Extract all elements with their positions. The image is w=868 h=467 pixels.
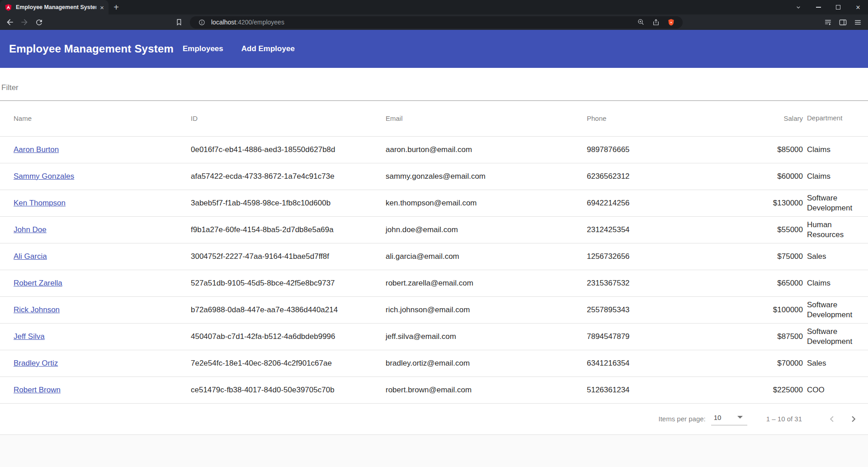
department-cell: Software Development	[803, 296, 857, 323]
url-host: localhost	[211, 19, 236, 26]
email-cell: rich.johnson@email.com	[386, 296, 587, 323]
id-cell: 527a51db-9105-45d5-8bce-42f5e8bc9737	[191, 270, 386, 296]
employee-name-link[interactable]: Robert Zarella	[14, 279, 62, 287]
employee-name-link[interactable]: Bradley Ortiz	[14, 359, 58, 367]
url-text: localhost:4200/employees	[211, 19, 284, 26]
name-cell: Robert Zarella	[0, 270, 191, 296]
table-row: Aaron Burton0e016f7c-eb41-4886-aed3-1855…	[0, 136, 868, 163]
employee-table: NameIDEmailPhoneSalaryDepartment Aaron B…	[0, 101, 868, 404]
phone-cell: 1256732656	[587, 243, 762, 270]
new-tab-button[interactable]: +	[108, 0, 124, 14]
salary-cell: $70000	[762, 350, 803, 376]
department-cell: Sales	[803, 243, 857, 270]
employee-name-link[interactable]: Rick Johnson	[14, 305, 60, 314]
back-icon[interactable]	[3, 16, 17, 29]
close-window-button[interactable]: ✕	[848, 0, 868, 14]
minimize-button[interactable]	[808, 0, 828, 14]
employee-name-link[interactable]: Ken Thompson	[14, 199, 66, 207]
next-page-button[interactable]	[843, 408, 864, 430]
department-cell: Claims	[803, 270, 857, 296]
site-info-icon[interactable]	[196, 17, 207, 28]
phone-cell: 2312425354	[587, 216, 762, 243]
page-size-value: 10	[714, 414, 722, 421]
table-row: Rick Johnsonb72a6988-0da8-447e-aa7e-4386…	[0, 296, 868, 323]
address-bar[interactable]: localhost:4200/employees	[190, 16, 683, 29]
chevron-right-icon	[848, 413, 859, 425]
zoom-icon[interactable]	[636, 17, 646, 28]
column-header-name: Name	[0, 101, 191, 136]
salary-cell: $75000	[762, 243, 803, 270]
tab-search-icon[interactable]	[788, 0, 808, 14]
salary-cell: $60000	[762, 163, 803, 190]
app-title: Employee Management System	[9, 43, 174, 55]
nav-employees[interactable]: Employees	[174, 30, 232, 68]
employee-name-link[interactable]: Aaron Burton	[14, 145, 59, 154]
phone-cell: 9897876665	[587, 136, 762, 163]
table-row: John Doef9b1a27e-60fe-4154-8ba5-2d7db8e5…	[0, 216, 868, 243]
tab-strip: Employee Management System × + ✕	[0, 0, 868, 14]
employee-name-link[interactable]: Sammy Gonzales	[14, 172, 74, 181]
id-cell: 3004752f-2227-47aa-9164-41bae5d7ff8f	[191, 243, 386, 270]
previous-page-button[interactable]	[821, 408, 843, 430]
page-size-select[interactable]: 10	[711, 413, 747, 425]
phone-cell: 6236562312	[587, 163, 762, 190]
employee-name-link[interactable]: John Doe	[14, 225, 47, 234]
reload-icon[interactable]	[32, 16, 46, 29]
phone-cell: 2557895343	[587, 296, 762, 323]
name-cell: Rick Johnson	[0, 296, 191, 323]
salary-cell: $225000	[762, 376, 803, 403]
phone-cell: 5126361234	[587, 376, 762, 403]
phone-cell: 7894547879	[587, 323, 762, 350]
id-cell: afa57422-ecda-4733-8672-1a7e4c91c73e	[191, 163, 386, 190]
department-cell: Claims	[803, 136, 857, 163]
salary-cell: $87500	[762, 323, 803, 350]
window-controls: ✕	[788, 0, 868, 14]
menu-icon[interactable]	[850, 16, 865, 29]
id-cell: 450407ab-c7d1-42fa-b512-4a6dbdeb9996	[191, 323, 386, 350]
playlist-icon[interactable]	[821, 16, 835, 29]
forward-icon[interactable]	[17, 16, 32, 29]
share-icon[interactable]	[651, 17, 661, 28]
table-row: Robert Zarella527a51db-9105-45d5-8bce-42…	[0, 270, 868, 296]
column-header-email: Email	[386, 101, 587, 136]
email-cell: aaron.burton@email.com	[386, 136, 587, 163]
employee-name-link[interactable]: Robert Brown	[14, 386, 61, 394]
table-header-row: NameIDEmailPhoneSalaryDepartment	[0, 101, 868, 136]
sidebar-icon[interactable]	[835, 16, 850, 29]
name-cell: Bradley Ortiz	[0, 350, 191, 376]
url-path: :4200/employees	[236, 19, 284, 26]
tab-title: Employee Management System	[16, 4, 96, 10]
table-row: Jeff Silva450407ab-c7d1-42fa-b512-4a6dbd…	[0, 323, 868, 350]
tab-close-icon[interactable]: ×	[100, 4, 104, 11]
browser-tab[interactable]: Employee Management System ×	[0, 0, 108, 14]
app-toolbar: Employee Management System Employees Add…	[0, 30, 868, 68]
table-row: Robert Brownce51479c-fb38-4017-84d0-50e3…	[0, 376, 868, 403]
email-cell: john.doe@email.com	[386, 216, 587, 243]
column-header-salary: Salary	[762, 101, 803, 136]
email-cell: jeff.silva@email.com	[386, 323, 587, 350]
phone-cell: 6341216354	[587, 350, 762, 376]
department-cell: COO	[803, 376, 857, 403]
employee-name-link[interactable]: Jeff Silva	[14, 332, 45, 341]
brave-shield-icon[interactable]	[665, 17, 676, 28]
phone-cell: 6942214256	[587, 190, 762, 216]
employee-name-link[interactable]: Ali Garcia	[14, 252, 47, 261]
name-cell: Ken Thompson	[0, 190, 191, 216]
id-cell: b72a6988-0da8-447e-aa7e-4386d440a214	[191, 296, 386, 323]
nav-add-employee[interactable]: Add Employee	[232, 30, 304, 68]
name-cell: Robert Brown	[0, 376, 191, 403]
email-cell: robert.zarella@email.com	[386, 270, 587, 296]
email-cell: robert.brown@email.com	[386, 376, 587, 403]
salary-cell: $85000	[762, 136, 803, 163]
name-cell: Aaron Burton	[0, 136, 191, 163]
select-caret-icon	[737, 416, 743, 419]
salary-cell: $55000	[762, 216, 803, 243]
filter-field[interactable]: Filter	[0, 68, 868, 101]
name-cell: Ali Garcia	[0, 243, 191, 270]
maximize-button[interactable]	[828, 0, 848, 14]
column-header-phone: Phone	[587, 101, 762, 136]
id-cell: 3abeb5f7-f1ab-4598-98ce-1fb8c10d600b	[191, 190, 386, 216]
paginator: Items per page: 10 1 – 10 of 31	[0, 404, 868, 435]
department-cell: Claims	[803, 163, 857, 190]
bookmark-icon[interactable]	[172, 16, 186, 29]
